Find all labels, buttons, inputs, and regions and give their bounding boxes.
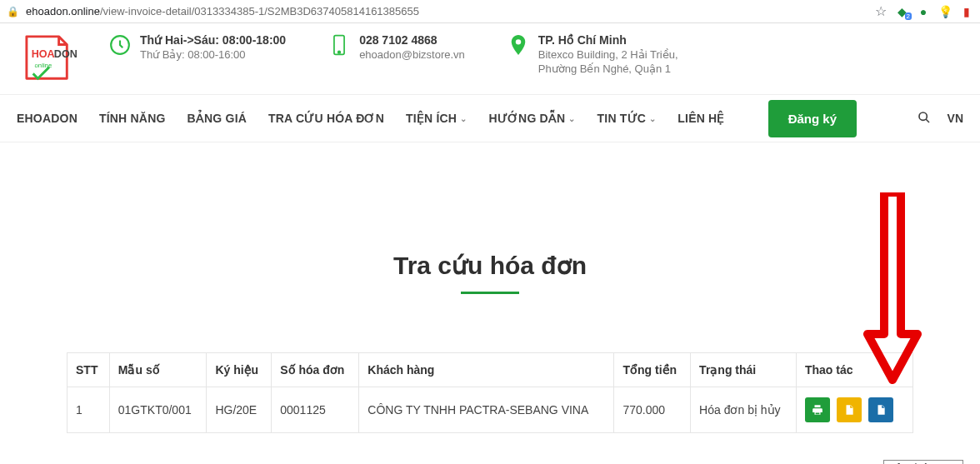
nav-bang-gia[interactable]: BẢNG GIÁ bbox=[188, 112, 248, 125]
phone-line2: ehoadon@bizstore.vn bbox=[359, 48, 465, 61]
svg-point-7 bbox=[919, 112, 927, 120]
cell-stt: 1 bbox=[68, 387, 110, 433]
address-line1: TP. Hồ Chí Minh bbox=[538, 33, 678, 47]
col-thao-tac: Thao tác bbox=[796, 353, 912, 387]
search-icon[interactable] bbox=[918, 111, 931, 127]
lock-icon: 🔒 bbox=[7, 6, 19, 17]
logo[interactable]: HOA DON online bbox=[17, 33, 83, 86]
register-button[interactable]: Đăng ký bbox=[768, 100, 857, 137]
col-so-hd: Số hóa đơn bbox=[272, 353, 359, 387]
url-path: /view-invoice-detail/0313334385-1/S2MB3D… bbox=[100, 5, 419, 17]
table-row: 1 01GTKT0/001 HG/20E 0001125 CÔNG TY TNH… bbox=[68, 387, 913, 433]
chevron-down-icon: ⌄ bbox=[568, 114, 575, 123]
col-mau-so: Mẫu số bbox=[109, 353, 207, 387]
hours-line2: Thứ Bảy: 08:00-16:00 bbox=[140, 48, 286, 61]
browser-extensions: ☆ ◆2 ● 💡 ▮ bbox=[875, 3, 973, 19]
table-header-row: STT Mẫu số Ký hiệu Số hóa đơn Khách hàng… bbox=[68, 353, 913, 387]
svg-point-5 bbox=[338, 51, 341, 53]
extension-icon[interactable]: 💡 bbox=[938, 5, 952, 18]
url-domain: ehoadon.online bbox=[26, 5, 100, 17]
chevron-down-icon: ⌄ bbox=[460, 114, 467, 123]
map-pin-icon bbox=[507, 33, 530, 57]
cell-tong-tien: 770.000 bbox=[614, 387, 691, 433]
nav-ehoadon[interactable]: EHOADON bbox=[17, 112, 78, 125]
nav-items: EHOADON TÍNH NĂNG BẢNG GIÁ TRA CỨU HÓA Đ… bbox=[17, 100, 857, 137]
cell-mau-so: 01GTKT0/001 bbox=[109, 387, 207, 433]
col-tong-tien: Tổng tiền bbox=[614, 353, 691, 387]
title-underline bbox=[461, 292, 519, 294]
topbar: HOA DON online Thứ Hai->Sáu: 08:00-18:00… bbox=[0, 23, 980, 94]
info-address: TP. Hồ Chí Minh Bitexco Building, 2 Hải … bbox=[507, 33, 678, 75]
page-title: Tra cứu hóa đơn bbox=[17, 251, 963, 280]
svg-text:HOA: HOA bbox=[32, 48, 55, 60]
nav-tien-ich[interactable]: TIỆN ÍCH⌄ bbox=[406, 112, 467, 125]
nav-tra-cuu[interactable]: TRA CỨU HÓA ĐƠN bbox=[268, 112, 384, 125]
nav-lien-he[interactable]: LIÊN HỆ bbox=[678, 112, 724, 125]
col-trang-thai: Trạng thái bbox=[691, 353, 797, 387]
extension-icon[interactable]: ▮ bbox=[960, 5, 973, 18]
col-stt: STT bbox=[68, 353, 110, 387]
col-ky-hieu: Ký hiệu bbox=[207, 353, 272, 387]
cell-so-hd: 0001125 bbox=[272, 387, 359, 433]
bookmark-star-icon[interactable]: ☆ bbox=[875, 3, 887, 19]
col-khach-hang: Khách hàng bbox=[359, 353, 614, 387]
cell-actions bbox=[796, 387, 912, 433]
address-line3: Phường Bến Nghé, Quận 1 bbox=[538, 62, 678, 75]
cell-ky-hieu: HG/20E bbox=[207, 387, 272, 433]
browser-address-bar: 🔒 ehoadon.online/view-invoice-detail/031… bbox=[0, 0, 980, 23]
cell-trang-thai: Hóa đơn bị hủy bbox=[691, 387, 797, 433]
language-switch[interactable]: VN bbox=[948, 112, 963, 125]
extension-icon[interactable]: ◆2 bbox=[895, 5, 908, 18]
svg-point-6 bbox=[516, 39, 521, 44]
tooltip-xml: Tải về tệp XML bbox=[883, 460, 963, 464]
svg-text:DON: DON bbox=[54, 48, 78, 60]
chevron-down-icon: ⌄ bbox=[649, 114, 656, 123]
info-hours: Thứ Hai->Sáu: 08:00-18:00 Thứ Bảy: 08:00… bbox=[108, 33, 286, 75]
address-line2: Bitexco Building, 2 Hải Triều, bbox=[538, 48, 678, 61]
download-xml-button[interactable] bbox=[868, 397, 893, 422]
phone-icon bbox=[328, 33, 351, 57]
invoice-table: STT Mẫu số Ký hiệu Số hóa đơn Khách hàng… bbox=[67, 352, 913, 433]
nav-tin-tuc[interactable]: TIN TỨC⌄ bbox=[598, 112, 657, 125]
print-button[interactable] bbox=[805, 397, 830, 422]
clock-icon bbox=[108, 33, 132, 57]
navbar: EHOADON TÍNH NĂNG BẢNG GIÁ TRA CỨU HÓA Đ… bbox=[0, 94, 980, 142]
hours-line1: Thứ Hai->Sáu: 08:00-18:00 bbox=[140, 33, 286, 47]
nav-huong-dan[interactable]: HƯỚNG DẪN⌄ bbox=[488, 112, 575, 125]
download-pdf-button[interactable] bbox=[837, 397, 862, 422]
nav-tinh-nang[interactable]: TÍNH NĂNG bbox=[99, 112, 166, 125]
cell-khach-hang: CÔNG TY TNHH PACTRA-SEBANG VINA bbox=[359, 387, 614, 433]
extension-icon[interactable]: ● bbox=[917, 5, 930, 18]
info-phone: 028 7102 4868 ehoadon@bizstore.vn bbox=[328, 33, 465, 75]
phone-line1: 028 7102 4868 bbox=[359, 33, 465, 47]
url-area[interactable]: 🔒 ehoadon.online/view-invoice-detail/031… bbox=[7, 5, 875, 17]
main-content: Tra cứu hóa đơn STT Mẫu số Ký hiệu Số hó… bbox=[0, 142, 980, 464]
